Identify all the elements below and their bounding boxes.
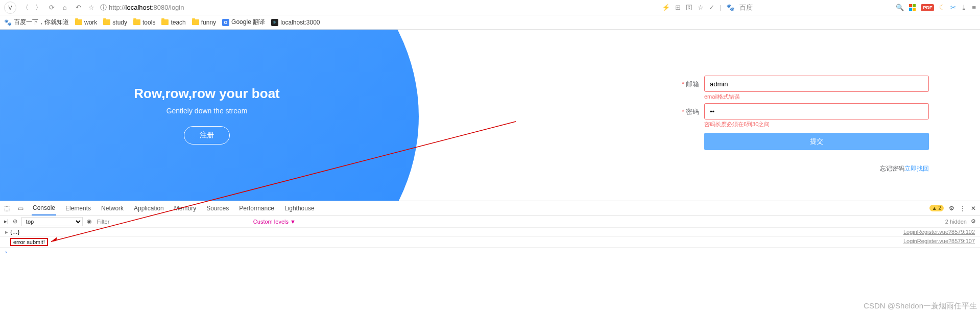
tab-performance[interactable]: Performance [238, 202, 275, 215]
folder-icon [103, 19, 110, 25]
tab-console[interactable]: Console [32, 201, 56, 215]
tab-favicon: V [4, 2, 16, 14]
tab-sources[interactable]: Sources [205, 202, 230, 215]
forward-button[interactable]: 〉 [34, 3, 43, 12]
register-button[interactable]: 注册 [184, 126, 230, 145]
email-label: *邮箱 [674, 76, 704, 89]
translate-icon: G [222, 19, 229, 26]
bookmark-tools[interactable]: tools [133, 19, 155, 26]
eye-icon[interactable]: ◉ [87, 218, 92, 225]
device-icon[interactable]: ▭ [18, 205, 23, 212]
pdf-icon[interactable]: PDF [921, 4, 934, 11]
bookmarks-bar: 🐾 百度一下，你就知道 work study tools teach funny… [0, 15, 980, 30]
tab-memory[interactable]: Memory [173, 202, 197, 215]
grid-icon[interactable]: ⊞ [675, 4, 681, 11]
bookmark-work[interactable]: work [75, 19, 97, 26]
password-input[interactable] [704, 103, 929, 119]
scissors-icon[interactable]: ✂ [950, 4, 956, 11]
star-rate-icon[interactable]: ☆ [698, 4, 704, 11]
tab-elements[interactable]: Elements [64, 202, 92, 215]
bookmark-teach[interactable]: teach [161, 19, 185, 26]
search-icon[interactable]: 🔍 [896, 4, 904, 11]
password-error: 密码长度必须在6到30之间 [704, 121, 929, 129]
devtools-panel: ⬚ ▭ Console Elements Network Application… [0, 201, 980, 256]
page-content: Row,row,row your boat Gentlely down the … [0, 30, 980, 201]
react-icon: ⚛ [271, 19, 278, 26]
watermark: CSDN @Sheldon一蓑烟雨任平生 [864, 301, 977, 311]
console-output: ▸ {…} LoginRegister.vue?8579:102 error s… [0, 228, 980, 256]
reload-button[interactable]: ⟳ [47, 3, 56, 12]
bookmark-gtranslate[interactable]: GGoogle 翻译 [222, 18, 265, 27]
password-label: *密码 [674, 103, 704, 116]
warning-badge[interactable]: ▲ 2 [929, 205, 944, 211]
tab-network[interactable]: Network [100, 202, 125, 215]
submit-button[interactable]: 提交 [704, 133, 929, 150]
folder-icon [161, 19, 169, 25]
sidebar-toggle-icon[interactable]: ▸| [4, 218, 9, 225]
console-object[interactable]: {…} [10, 229, 903, 235]
console-toolbar: ▸| ⊘ top ◉ Custom levels ▼ 2 hidden ⚙ [0, 215, 980, 228]
toolbar-right: ⚡ ⊞ ⚿ ☆ ✓ | 🐾 百度 🔍 PDF ☾ ✂ ⤓ ≡ [662, 3, 976, 12]
bookmark-funny[interactable]: funny [192, 19, 216, 26]
hero-subtitle: Gentlely down the stream [166, 107, 248, 115]
bookmark-baidu[interactable]: 🐾 百度一下，你就知道 [4, 18, 69, 27]
download-icon[interactable]: ⤓ [961, 4, 967, 11]
devtools-tabs: ⬚ ▭ Console Elements Network Application… [0, 201, 980, 215]
forgot-link[interactable]: 立即找回 [904, 165, 929, 172]
key-icon[interactable]: ⚿ [686, 4, 692, 11]
source-link-1[interactable]: LoginRegister.vue?8579:102 [903, 229, 975, 235]
settings-icon[interactable]: ⚙ [949, 205, 954, 212]
home-button[interactable]: ⌂ [60, 3, 69, 12]
menu-icon[interactable]: ≡ [972, 4, 976, 11]
undo-button[interactable]: ↶ [74, 3, 83, 12]
login-form: *邮箱 email格式错误 *密码 密码长度必须在6到30之间 提交 忘记密码立… [674, 30, 980, 201]
baidu-paw-icon: 🐾 [4, 19, 12, 26]
folder-icon [133, 19, 140, 25]
info-icon: ⓘ [100, 3, 107, 12]
log-levels[interactable]: Custom levels ▼ [253, 219, 296, 225]
email-input[interactable] [704, 76, 929, 92]
expand-icon[interactable]: ▸ [5, 229, 10, 235]
checkmark-icon[interactable]: ✓ [709, 4, 714, 11]
close-devtools-icon[interactable]: ✕ [971, 205, 976, 212]
tab-application[interactable]: Application [133, 202, 165, 215]
email-error: email格式错误 [704, 93, 929, 101]
moon-icon[interactable]: ☾ [939, 4, 945, 11]
bookmark-localhost3000[interactable]: ⚛localhost:3000 [271, 19, 320, 26]
url-text: http://localhost:8080/login [109, 4, 184, 11]
flash-icon[interactable]: ⚡ [662, 4, 670, 11]
address-bar[interactable]: ⓘ http://localhost:8080/login [100, 3, 184, 12]
folder-icon [75, 19, 82, 25]
console-prompt[interactable]: › [0, 248, 980, 256]
apps-icon[interactable] [909, 4, 916, 11]
hidden-count: 2 hidden [945, 219, 967, 225]
star-button[interactable]: ☆ [87, 3, 96, 12]
source-link-2[interactable]: LoginRegister.vue?8579:107 [903, 238, 975, 246]
clear-console-icon[interactable]: ⊘ [13, 218, 17, 225]
browser-toolbar: V 〈 〉 ⟳ ⌂ ↶ ☆ ⓘ http://localhost:8080/lo… [0, 0, 980, 15]
context-select[interactable]: top [21, 217, 83, 226]
console-settings-icon[interactable]: ⚙ [971, 218, 976, 225]
hero-section: Row,row,row your boat Gentlely down the … [0, 30, 414, 201]
more-icon[interactable]: ⋮ [960, 205, 966, 212]
bookmark-study[interactable]: study [103, 19, 127, 26]
back-button[interactable]: 〈 [20, 3, 30, 12]
inspect-icon[interactable]: ⬚ [4, 205, 10, 212]
tab-lighthouse[interactable]: Lighthouse [283, 202, 316, 215]
folder-icon [192, 19, 199, 25]
filter-input[interactable] [96, 218, 249, 226]
forgot-password: 忘记密码立即找回 [674, 164, 929, 173]
hero-title: Row,row,row your boat [134, 86, 280, 102]
console-error: error submit! [10, 238, 48, 246]
baidu-icon[interactable]: 🐾 [726, 4, 734, 11]
search-engine-label: 百度 [739, 3, 753, 12]
